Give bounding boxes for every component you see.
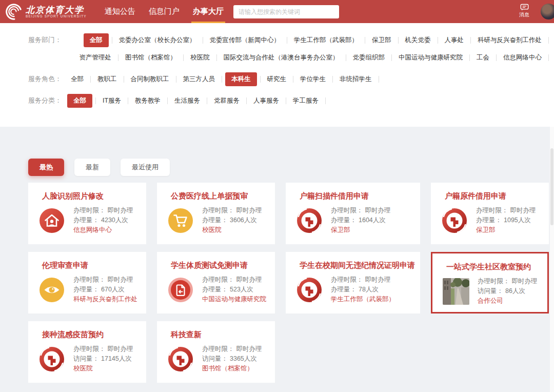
- filter-option: 党委办公室（校长办公室）: [115, 31, 206, 49]
- divider: [496, 54, 497, 61]
- service-info: 办理时限：即时办理 访问量：17145人次 校医院: [73, 344, 133, 374]
- limit-line: 办理时限：即时办理: [331, 206, 391, 215]
- filter-option: 生活服务: [171, 92, 210, 109]
- filter-chip[interactable]: IT服务: [99, 94, 125, 108]
- service-department: 校医院: [73, 364, 133, 374]
- limit-line: 办理时限：即时办理: [202, 206, 262, 215]
- divider: [260, 76, 261, 83]
- divider: [246, 97, 247, 104]
- filter-chip[interactable]: 全部: [67, 72, 87, 86]
- filter-chip[interactable]: 学位学生: [296, 72, 329, 86]
- filter-chip[interactable]: 党委宣传部（新闻中心）: [206, 33, 284, 47]
- filter-chip[interactable]: 全部: [84, 33, 109, 47]
- limit-line: 办理时限：即时办理: [73, 206, 133, 215]
- filter-chip[interactable]: 机关党委: [402, 33, 434, 47]
- nav-item[interactable]: 通知公告: [98, 0, 142, 23]
- nav-item[interactable]: 办事大厅: [186, 0, 230, 23]
- user-avatar[interactable]: [541, 4, 554, 19]
- service-card[interactable]: 人脸识别照片修改 办理时限：即时办理 办理量：4230人次 信息网络中心: [28, 183, 146, 244]
- document-transfer-icon: [167, 277, 194, 303]
- filter-option: 研究生: [264, 70, 297, 88]
- service-card[interactable]: 伦理审查申请 办理时限：即时办理 办理量：670人次 科研与反兴奋剂工作处: [28, 252, 146, 313]
- limit-line: 办理时限：即时办理: [331, 275, 395, 285]
- service-title: 人脸识别照片修改: [28, 191, 141, 201]
- service-card[interactable]: 接种流感疫苗预约 办理时限：即时办理 访问量：17145人次 校医院: [28, 321, 146, 383]
- filter-chip[interactable]: 学工服务: [289, 94, 322, 108]
- filter-chip[interactable]: 合同制教职工: [127, 72, 173, 86]
- university-logo[interactable]: 北京体育大学 BEIJING SPORT UNIVERSITY: [0, 3, 87, 21]
- service-card[interactable]: 户籍扫描件借用申请 办理时限：即时办理 办理量：1604人次 保卫部: [286, 183, 420, 244]
- filter-chip[interactable]: 国际交流与合作处（港澳台事务办公室）: [220, 51, 343, 65]
- service-card-grid: 人脸识别照片修改 办理时限：即时办理 办理量：4230人次 信息网络中心 公费医…: [28, 183, 549, 383]
- filter-chip[interactable]: 研究生: [264, 72, 290, 86]
- divider: [325, 97, 326, 104]
- sort-tab[interactable]: 最新: [74, 159, 110, 176]
- messages-label: 消息: [515, 11, 533, 18]
- service-card-body: 办理时限：即时办理 办理量：4230人次 信息网络中心: [38, 206, 141, 235]
- search-input[interactable]: [233, 5, 339, 18]
- filter-chip[interactable]: 教务教学: [131, 94, 164, 108]
- filter-chip[interactable]: 党委组织部: [349, 51, 389, 65]
- scrollbar-thumb[interactable]: [550, 148, 553, 225]
- filter-chip[interactable]: 信息网络中心: [500, 51, 545, 65]
- filter-chip[interactable]: 资产管理处: [76, 51, 115, 65]
- filter-chip[interactable]: 全部: [67, 94, 92, 108]
- limit-line: 办理时限：即时办理: [73, 344, 133, 354]
- nav-item[interactable]: 信息门户: [142, 0, 186, 23]
- filter-chip[interactable]: 中国运动与健康研究院: [395, 51, 466, 65]
- filter-label: 服务角色：: [28, 70, 67, 88]
- filter-chip[interactable]: 人事处: [441, 33, 468, 47]
- filter-option: 学工服务: [289, 92, 329, 109]
- sort-tabs: 最热最新最近使用: [28, 159, 554, 176]
- vertical-scrollbar[interactable]: [550, 127, 554, 392]
- role-options: 全部 教职工 合同制教职工 第三方人员 本科生 研究生: [67, 70, 554, 88]
- metric-line: 访问量：86人次: [478, 286, 538, 296]
- service-card[interactable]: 公费医疗线上单据预审 办理时限：即时办理 办理量：3606人次 校医院: [157, 183, 275, 244]
- filter-chip[interactable]: 非统招学生: [336, 72, 375, 86]
- metric-line: 办理量：4230人次: [73, 215, 133, 225]
- campus-photo: [443, 278, 469, 305]
- filter-chip[interactable]: 保卫部: [368, 33, 395, 47]
- filter-chip[interactable]: 第三方人员: [180, 72, 219, 86]
- filter-chip[interactable]: 教职工: [94, 72, 121, 86]
- metric-line: 办理量：1095人次: [476, 215, 536, 225]
- filter-chip[interactable]: 学生工作部（武装部）: [290, 33, 362, 47]
- metric-line: 办理量：3606人次: [202, 215, 262, 225]
- service-list-area: 最热最新最近使用 人脸识别照片修改 办理时限：即时办理 办理量：4230人次 信…: [0, 127, 554, 383]
- sort-tab[interactable]: 最近使用: [121, 159, 170, 176]
- filter-option: 党委宣传部（新闻中心）: [206, 31, 291, 49]
- service-department: 保卫部: [476, 225, 536, 235]
- messages-button[interactable]: 消息: [515, 3, 533, 18]
- filter-option: 保卫部: [368, 31, 402, 49]
- filter-chip[interactable]: 图书馆（档案馆）: [122, 51, 180, 65]
- service-card[interactable]: 一站式学生社区教室预约 办理时限：即时办理 访问量：86人次 合作公司: [431, 252, 549, 313]
- filter-label: 服务分类：: [28, 92, 67, 109]
- divider: [118, 54, 118, 61]
- filter-chip[interactable]: 党群服务: [210, 94, 243, 108]
- filter-chip[interactable]: 人事服务: [250, 94, 283, 108]
- service-card[interactable]: 科技查新 办理时限：即时办理 访问量：3365人次 图书馆（档案馆）: [157, 321, 275, 383]
- divider: [207, 97, 207, 104]
- divider: [183, 54, 184, 61]
- filter-chip[interactable]: 工会: [473, 51, 493, 65]
- service-card[interactable]: 户籍原件借用申请 办理时限：即时办理 办理量：1095人次 保卫部: [431, 183, 549, 244]
- filter-option: 全部: [84, 31, 115, 49]
- filter-chip[interactable]: 党委办公室（校长办公室）: [115, 33, 200, 47]
- divider: [167, 97, 168, 104]
- filter-option: 教务教学: [131, 92, 171, 109]
- service-title: 学生体质测试免测申请: [157, 261, 270, 270]
- filter-chip[interactable]: 科研与反兴奋剂工作处: [474, 33, 545, 47]
- home-user-icon: [38, 207, 65, 234]
- service-card[interactable]: 学生在校期间无违纪情况证明申请 办理时限：即时办理 办理量：78人次 学生工作部…: [286, 252, 420, 313]
- sort-tab[interactable]: 最热: [28, 159, 64, 176]
- filter-chip[interactable]: 本科生: [225, 72, 257, 86]
- service-card-body: 办理时限：即时办理 办理量：523人次 中国运动与健康研究院: [167, 275, 270, 304]
- service-card[interactable]: 学生体质测试免测申请 办理时限：即时办理 办理量：523人次 中国运动与健康研究…: [157, 252, 275, 313]
- filter-chip[interactable]: 生活服务: [171, 94, 204, 108]
- filter-chip[interactable]: 校医院: [187, 51, 213, 65]
- service-card-body: 办理时限：即时办理 访问量：3365人次 图书馆（档案馆）: [167, 344, 270, 374]
- filter-label: 服务部门：: [28, 31, 67, 66]
- filter-option: 全部: [67, 70, 94, 88]
- filter-option: 第三方人员: [180, 70, 226, 88]
- service-info: 办理时限：即时办理 访问量：86人次 合作公司: [478, 277, 538, 306]
